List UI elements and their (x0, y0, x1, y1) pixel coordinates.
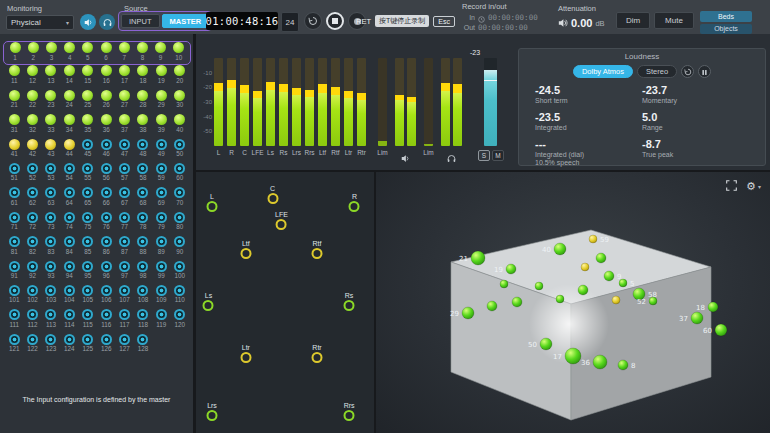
speaker-dot-icon (203, 300, 214, 311)
channel-indicator: 80 (171, 212, 189, 236)
in-label: In (462, 14, 475, 21)
speaker-dot-icon (312, 248, 323, 259)
channel-indicator: 18 (134, 65, 152, 89)
attenuation-label: Attenuation (558, 4, 596, 13)
stop-button[interactable] (326, 12, 344, 30)
audio-object-label: 5 (630, 280, 634, 288)
speaker-c[interactable]: C (267, 185, 278, 204)
speaker-label: Rtr (312, 344, 321, 351)
channel-indicator: 84 (60, 236, 78, 260)
channel-indicator: 43 (42, 139, 60, 163)
speaker-dot-icon (344, 410, 355, 421)
speaker-ltf[interactable]: Ltf (240, 240, 251, 259)
record-in-value: 00:00:00:00 (488, 13, 538, 22)
keyboard-hint-overlay: RET 按T键停止录制 Esc (356, 13, 455, 29)
beds-button[interactable]: Beds (700, 11, 752, 22)
fullscreen-icon (726, 179, 737, 194)
speaker-lrs[interactable]: Lrs (207, 402, 218, 421)
channel-indicator: 53 (42, 163, 60, 187)
reset-icon (684, 64, 692, 79)
channel-indicator: 76 (97, 212, 115, 236)
channel-indicator: 14 (60, 65, 78, 89)
channel-indicator: 5 (79, 42, 97, 64)
channel-indicator: 60 (171, 163, 189, 187)
return-to-start-button[interactable] (304, 12, 322, 30)
speaker-r[interactable]: R (349, 193, 360, 212)
headphone-monitor-button[interactable] (99, 14, 115, 30)
channel-indicator: 62 (23, 187, 41, 211)
monitoring-dropdown[interactable]: Physical ▾ (6, 15, 74, 30)
channel-indicator: 68 (134, 187, 152, 211)
channel-indicator: 93 (42, 261, 60, 285)
speaker-label: Rtf (313, 240, 322, 247)
view-settings-button[interactable]: ⚙ ▾ (746, 180, 761, 193)
pause-loudness-button[interactable] (698, 65, 711, 78)
channel-indicator: 6 (97, 42, 115, 64)
channel-indicator: 12 (23, 65, 41, 89)
speaker-monitor-button[interactable] (80, 14, 96, 30)
room-3d-panel: 21194059955852371860295017368 ⚙ ▾ (376, 172, 770, 433)
channel-indicator: 56 (97, 163, 115, 187)
speaker-dot-icon (344, 300, 355, 311)
out-label: Out (462, 24, 475, 31)
meter-ls: Ls (266, 58, 275, 157)
monitoring-label: Monitoring (7, 4, 42, 13)
momentary-button[interactable]: M (492, 150, 504, 161)
objects-button[interactable]: Objects (700, 24, 752, 35)
speaker-dot-icon (312, 352, 323, 363)
master-button[interactable]: MASTER (162, 14, 210, 28)
speaker-dot-icon (240, 248, 251, 259)
mute-button[interactable]: Mute (654, 12, 694, 29)
meter-l: L (214, 58, 223, 157)
audio-object (540, 338, 552, 350)
meter-lrs: Lrs (292, 58, 301, 157)
speaker-dot-icon (276, 219, 287, 230)
reset-loudness-button[interactable] (681, 65, 694, 78)
speaker-rtf[interactable]: Rtf (312, 240, 323, 259)
channel-indicator: 82 (23, 236, 41, 260)
loudness-stat: -8.7True peak (642, 138, 749, 166)
loudness-stat: 5.0Range (642, 111, 749, 131)
channel-indicator: 124 (60, 334, 78, 358)
speaker-rrs[interactable]: Rrs (344, 402, 355, 421)
channel-indicator: 44 (60, 139, 78, 163)
audio-object-label: 8 (631, 362, 635, 370)
channel-indicator: 127 (115, 334, 133, 358)
audio-object-label: 50 (528, 341, 537, 349)
channel-row: 121122123124125126127128 (3, 334, 191, 358)
channel-indicator: 70 (171, 187, 189, 211)
timecode-display: 01:00:48:16 (206, 12, 278, 30)
speaker-label: Lrs (207, 402, 217, 409)
input-button[interactable]: INPUT (121, 14, 160, 28)
audio-object (604, 271, 614, 281)
speaker-label: R (352, 193, 357, 200)
channel-indicator: 4 (61, 42, 79, 64)
channel-indicator: 72 (23, 212, 41, 236)
channel-indicator: 15 (79, 65, 97, 89)
channel-indicator: 45 (79, 139, 97, 163)
channel-indicator: 87 (115, 236, 133, 260)
short-term-button[interactable]: S (478, 150, 490, 161)
fullscreen-button[interactable] (726, 179, 737, 194)
speaker-ls[interactable]: Ls (203, 292, 214, 311)
speaker-lfe[interactable]: LFE (275, 211, 288, 230)
channel-indicator: 101 (5, 285, 23, 309)
channel-indicator: 66 (97, 187, 115, 211)
audio-object (487, 301, 497, 311)
speaker-l[interactable]: L (207, 193, 218, 212)
speaker-icon (558, 14, 568, 32)
loudness-mode-stereo[interactable]: Stereo (637, 65, 677, 78)
output-meters: LimLim (378, 58, 462, 159)
channel-row: 81828384858687888990 (3, 236, 191, 260)
meter-rtr: Rtr (357, 58, 366, 157)
channel-indicator: 103 (42, 285, 60, 309)
channel-indicator: 41 (5, 139, 23, 163)
channel-row: 51525354555657585960 (3, 163, 191, 187)
loudness-mode-dolby-atmos[interactable]: Dolby Atmos (573, 65, 633, 78)
channel-indicator: 69 (152, 187, 170, 211)
speaker-rs[interactable]: Rs (344, 292, 355, 311)
speaker-ltr[interactable]: Ltr (240, 344, 251, 363)
dim-button[interactable]: Dim (616, 12, 650, 29)
speaker-rtr[interactable]: Rtr (312, 344, 323, 363)
meter-l (441, 58, 450, 146)
